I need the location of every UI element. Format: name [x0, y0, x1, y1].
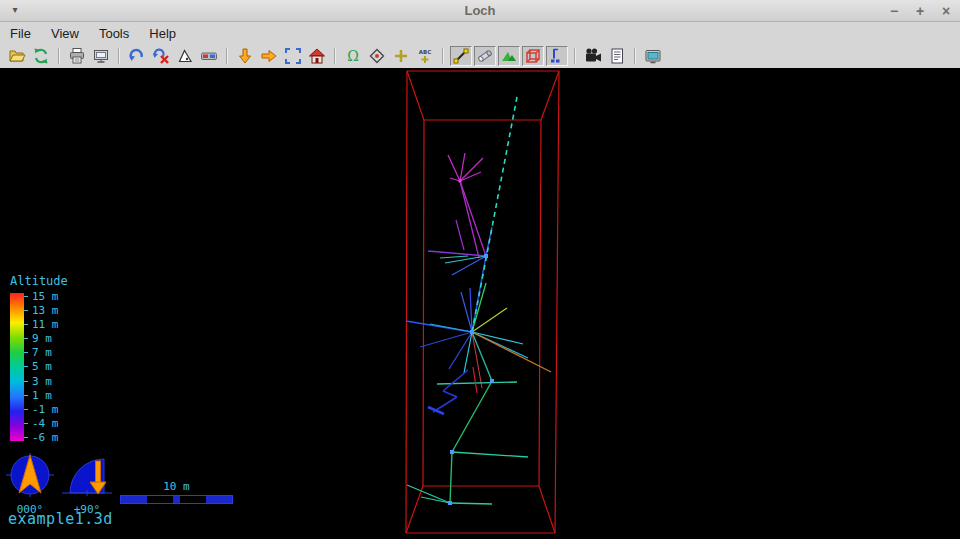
menu-file[interactable]: File [8, 24, 41, 43]
stop-rotation-button[interactable] [150, 46, 172, 66]
maximize-button[interactable]: + [912, 3, 928, 19]
document-icon [608, 47, 626, 65]
surface-mountain-icon [500, 47, 518, 65]
toolbar-separator [334, 48, 336, 64]
altitude-legend: Altitude 15 m13 m11 m9 m7 m5 m3 m1 m-1 m… [10, 274, 68, 443]
show-indicators-button[interactable] [546, 46, 568, 66]
rotate-view-button[interactable] [126, 46, 148, 66]
menu-tools[interactable]: Tools [97, 24, 139, 43]
altitude-tick-label: 5 m [24, 361, 59, 372]
print-button[interactable] [66, 46, 88, 66]
angle-icon [176, 47, 194, 65]
fit-brackets-icon [284, 47, 302, 65]
altitude-labels: 15 m13 m11 m9 m7 m5 m3 m1 m-1 m-4 m-6 m [24, 291, 59, 443]
window-title: Loch [0, 0, 960, 21]
movie-camera-icon [584, 47, 602, 65]
reset-view-button[interactable] [306, 46, 328, 66]
screen-dump-button[interactable] [90, 46, 112, 66]
menu-view[interactable]: View [49, 24, 89, 43]
show-bounding-box-button[interactable] [522, 46, 544, 66]
view-from-side-button[interactable] [258, 46, 280, 66]
scalebar-label: 10 m [120, 480, 233, 493]
altitude-tick-label: 3 m [24, 376, 59, 387]
fullscreen-button[interactable] [642, 46, 664, 66]
abc-label-icon: ABC [416, 47, 434, 65]
legend-title: Altitude [10, 274, 68, 288]
compass-icon [6, 453, 54, 497]
plus-icon [392, 47, 410, 65]
show-station-labels-button[interactable]: ABC [414, 46, 436, 66]
svg-text:ABC: ABC [419, 49, 432, 55]
show-centerline-button[interactable] [450, 46, 472, 66]
stop-rotation-icon [152, 47, 170, 65]
reload-icon [32, 47, 50, 65]
toolbar-separator [442, 48, 444, 64]
toolbar-separator [226, 48, 228, 64]
open-folder-icon [8, 47, 26, 65]
altitude-tick-label: 7 m [24, 347, 59, 358]
svg-text:Ω: Ω [347, 48, 359, 64]
rotate-arrow-icon [128, 47, 146, 65]
altitude-tick-label: 9 m [24, 333, 59, 344]
reload-button[interactable] [30, 46, 52, 66]
close-button[interactable]: × [938, 3, 954, 19]
omega-icon: Ω [344, 47, 362, 65]
show-walls-button[interactable] [474, 46, 496, 66]
scalebar: 10 m [120, 480, 233, 504]
altitude-tick-label: -1 m [24, 404, 59, 415]
altitude-colorbar [10, 293, 24, 441]
toolbar-separator [634, 48, 636, 64]
stereo-3d-button[interactable] [198, 46, 220, 66]
titlebar[interactable]: ▾ Loch − + × [0, 0, 960, 22]
scalebar-bar [120, 495, 233, 504]
minimize-button[interactable]: − [886, 3, 902, 19]
lock-rotation-angle-button[interactable] [174, 46, 196, 66]
toolbar: Ω ABC [0, 44, 960, 68]
viewport: Altitude 15 m13 m11 m9 m7 m5 m3 m1 m-1 m… [0, 68, 960, 539]
centerline-icon [452, 47, 470, 65]
right-arrow-icon [260, 47, 278, 65]
altitude-tick-label: 1 m [24, 390, 59, 401]
survey-info-button[interactable] [606, 46, 628, 66]
camera-animation-button[interactable] [582, 46, 604, 66]
printer-icon [68, 47, 86, 65]
toolbar-separator [58, 48, 60, 64]
loch-window: ▾ Loch − + × File View Tools Help Ω [0, 0, 960, 539]
show-surface-button[interactable] [498, 46, 520, 66]
down-arrow-icon [236, 47, 254, 65]
indicators-icon [548, 47, 566, 65]
view-from-top-button[interactable] [234, 46, 256, 66]
cube-icon [524, 47, 542, 65]
altitude-tick-label: 13 m [24, 305, 59, 316]
show-stations-button[interactable] [366, 46, 388, 66]
menubar: File View Tools Help [0, 22, 960, 44]
altitude-tick-label: 11 m [24, 319, 59, 330]
fullscreen-monitor-icon [644, 47, 662, 65]
home-icon [308, 47, 326, 65]
altitude-tick-label: -4 m [24, 418, 59, 429]
screen-dump-icon [92, 47, 110, 65]
altitude-tick-label: 15 m [24, 291, 59, 302]
cave-3d-view[interactable] [0, 68, 960, 539]
stereo-glasses-icon [200, 47, 218, 65]
open-file-button[interactable] [6, 46, 28, 66]
clino-indicator: +90° [62, 457, 112, 516]
altitude-tick-label: -6 m [24, 432, 59, 443]
tube-icon [476, 47, 494, 65]
menu-help[interactable]: Help [147, 24, 186, 43]
show-entrances-button[interactable]: Ω [342, 46, 364, 66]
loaded-filename: example1.3d [8, 510, 113, 528]
fit-to-window-button[interactable] [282, 46, 304, 66]
toolbar-separator [574, 48, 576, 64]
station-diamond-icon [368, 47, 386, 65]
compass-indicator: 000° [6, 453, 54, 516]
clino-icon [62, 457, 112, 497]
show-fixed-stations-button[interactable] [390, 46, 412, 66]
toolbar-separator [118, 48, 120, 64]
